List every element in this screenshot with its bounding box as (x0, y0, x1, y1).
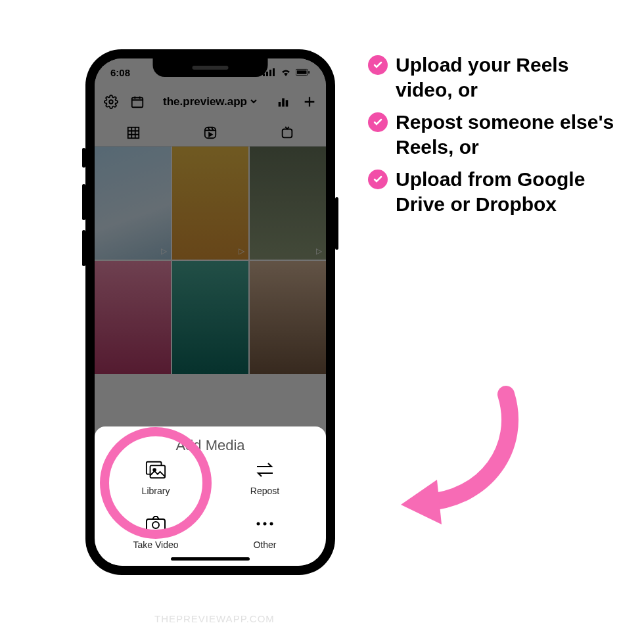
instruction-item: Upload your Reels video, or (368, 53, 628, 103)
sheet-item-library[interactable]: Library (101, 459, 210, 496)
svg-point-22 (270, 522, 273, 526)
svg-rect-12 (127, 127, 139, 138)
sheet-item-take-video[interactable]: Take Video (101, 513, 210, 550)
media-tile[interactable]: ▷ (95, 147, 171, 260)
account-name: the.preview.app (163, 95, 247, 108)
play-icon: ▷ (239, 246, 244, 256)
sheet-item-label: Library (142, 486, 170, 496)
media-tile[interactable] (95, 261, 171, 374)
svg-rect-11 (286, 100, 288, 106)
svg-point-19 (152, 522, 159, 528)
svg-rect-10 (282, 99, 285, 107)
igtv-tab-icon[interactable] (280, 126, 294, 140)
check-icon (368, 170, 388, 189)
instruction-text: Upload from Google Drive or Dropbox (396, 167, 628, 218)
svg-rect-16 (150, 465, 166, 478)
svg-rect-1 (266, 72, 268, 76)
instruction-list: Upload your Reels video, or Repost someo… (368, 53, 628, 217)
phone-screen: 6:08 (95, 58, 326, 566)
media-tile[interactable] (172, 261, 248, 374)
svg-rect-13 (205, 127, 216, 138)
reels-tab-icon[interactable] (203, 126, 218, 140)
svg-point-7 (109, 100, 113, 104)
sheet-title: Add Media (101, 437, 319, 454)
library-icon (145, 459, 166, 480)
phone-frame: 6:08 (85, 49, 335, 575)
svg-rect-6 (308, 71, 310, 74)
more-icon (254, 513, 275, 534)
chevron-down-icon (250, 95, 258, 108)
svg-rect-5 (297, 70, 307, 74)
app-toolbar: the.preview.app (95, 86, 326, 118)
feed-tabstrip (95, 119, 326, 147)
calendar-icon[interactable] (130, 95, 145, 109)
phone-notch (153, 58, 268, 77)
account-switcher[interactable]: the.preview.app (163, 95, 258, 108)
check-icon (368, 112, 388, 132)
watermark: THEPREVIEWAPP.COM (154, 613, 275, 624)
svg-rect-2 (269, 70, 271, 76)
instruction-text: Upload your Reels video, or (396, 53, 628, 103)
volume-down-button (82, 230, 85, 266)
media-tile[interactable]: ▷ (250, 147, 326, 260)
media-tile[interactable] (250, 261, 326, 374)
add-media-sheet: Add Media Library Repost (95, 426, 326, 566)
sheet-item-other[interactable]: Other (210, 513, 319, 550)
instruction-text: Repost someone else's Reels, or (396, 110, 628, 160)
mute-switch (82, 148, 85, 168)
svg-point-21 (264, 522, 267, 526)
play-icon: ▷ (316, 246, 322, 256)
svg-rect-3 (273, 68, 275, 76)
camera-icon (145, 513, 166, 534)
grid-tab-icon[interactable] (126, 126, 141, 140)
battery-icon (296, 65, 310, 80)
analytics-icon[interactable] (276, 95, 290, 109)
svg-rect-18 (147, 519, 165, 531)
svg-rect-14 (283, 129, 292, 137)
svg-point-20 (257, 522, 260, 526)
home-indicator (171, 557, 250, 561)
status-time: 6:08 (110, 67, 130, 78)
sheet-item-repost[interactable]: Repost (210, 459, 319, 496)
volume-up-button (82, 184, 85, 220)
settings-icon[interactable] (104, 95, 118, 109)
svg-rect-8 (132, 98, 143, 108)
instruction-item: Repost someone else's Reels, or (368, 110, 628, 160)
repost-icon (254, 459, 275, 480)
callout-arrow (388, 381, 539, 535)
play-icon: ▷ (161, 246, 167, 256)
instruction-item: Upload from Google Drive or Dropbox (368, 167, 628, 218)
check-icon (368, 55, 388, 75)
sheet-item-label: Repost (250, 486, 279, 496)
svg-rect-9 (279, 102, 281, 106)
media-tile[interactable]: ▷ (172, 147, 248, 260)
power-button (335, 197, 338, 250)
wifi-icon (279, 65, 293, 80)
add-icon[interactable] (302, 95, 317, 109)
sheet-item-label: Take Video (133, 540, 178, 550)
status-icons (262, 65, 310, 80)
sheet-item-label: Other (253, 540, 276, 550)
